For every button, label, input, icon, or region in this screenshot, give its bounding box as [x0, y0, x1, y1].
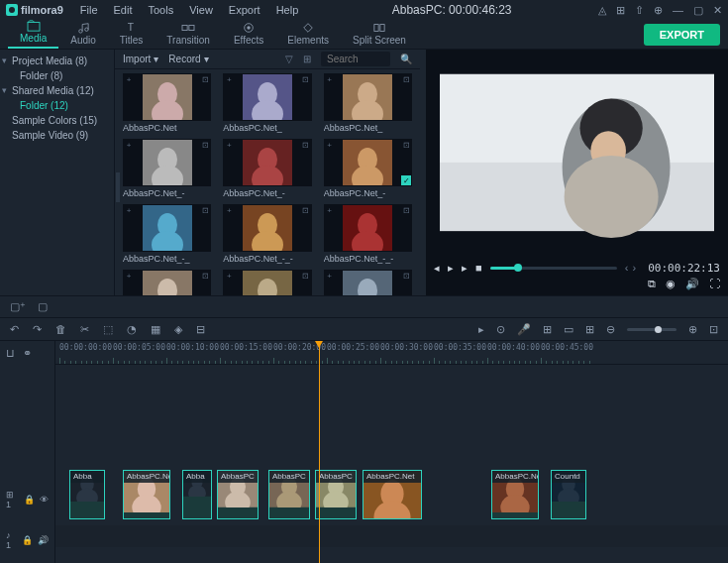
media-item[interactable]: +⊡AbbasPC.Net_- [223, 139, 311, 198]
menu-help[interactable]: Help [269, 2, 306, 18]
media-item[interactable]: +⊡✓AbbasPC.Net_-+ [324, 270, 412, 295]
filter-icon[interactable]: ▽ [285, 54, 293, 64]
timeline-clip[interactable]: AbbasPC [268, 470, 310, 519]
options-icon[interactable]: ⊡ [401, 271, 411, 281]
timeline-clip[interactable]: AbbasPC [217, 470, 259, 519]
play-button[interactable]: ▸ [448, 262, 454, 275]
options-icon[interactable]: ⊡ [200, 74, 210, 84]
menu-tools[interactable]: Tools [142, 2, 181, 18]
crop-icon[interactable]: ⬚ [103, 323, 113, 336]
add-icon[interactable]: + [224, 140, 234, 150]
timeline-clip[interactable]: AbbasPC.Net [123, 470, 170, 519]
media-item[interactable]: +⊡AbbasPC.Net_-_- [324, 204, 412, 264]
menu-view[interactable]: View [182, 2, 220, 18]
tree-item[interactable]: Sample Video (9) [0, 128, 114, 143]
close-icon[interactable]: ✕ [713, 4, 722, 17]
volume-icon[interactable]: 🔊 [685, 278, 699, 290]
mic-icon[interactable]: ⊕ [654, 4, 663, 17]
export-button[interactable]: EXPORT [644, 24, 720, 46]
media-item[interactable]: +⊡AbbasPC.Net_-_ [123, 204, 211, 264]
lock-icon[interactable]: 🔒 [22, 535, 33, 545]
zoom-slider[interactable] [627, 328, 676, 331]
media-item[interactable]: +⊡AbbasPC.Net_- [123, 139, 211, 198]
mixer-icon[interactable]: ⊞ [543, 323, 552, 336]
add-icon[interactable]: + [325, 271, 335, 281]
video-track-1[interactable]: AbbaAbbasPC.NetAbbaAbbasPCAbbasPCAbbasPC… [55, 468, 728, 521]
quality-icon[interactable]: ◉ [666, 278, 676, 290]
delete-icon[interactable]: 🗑 [55, 323, 66, 335]
redo-icon[interactable]: ↷ [33, 323, 42, 336]
mark-in-button[interactable]: ‹ [625, 262, 629, 274]
greenscreen-icon[interactable]: ⊟ [196, 323, 205, 336]
user-icon[interactable]: ◬ [598, 4, 606, 17]
search-icon[interactable]: 🔍 [400, 54, 412, 64]
module-elements[interactable]: Elements [275, 20, 341, 49]
module-media[interactable]: Media [8, 18, 58, 49]
record-vo-icon[interactable]: ⊙ [496, 323, 505, 336]
tree-item[interactable]: Folder (8) [0, 68, 114, 83]
zoom-fit-icon[interactable]: ⊡ [709, 323, 718, 336]
add-icon[interactable]: + [124, 205, 134, 215]
add-icon[interactable]: + [325, 74, 335, 84]
add-icon[interactable]: + [124, 74, 134, 84]
link-icon[interactable]: ⚭ [23, 347, 32, 360]
add-icon[interactable]: + [224, 205, 234, 215]
media-item[interactable]: +⊡AbbasPC.Net [123, 73, 211, 133]
add-icon[interactable]: + [124, 271, 134, 281]
tree-item[interactable]: Sample Colors (15) [0, 113, 114, 128]
timeline-clip[interactable]: AbbasPC.Net [491, 470, 539, 519]
prev-frame-button[interactable]: ◂ [434, 262, 440, 275]
mic-icon[interactable]: 🎤 [517, 323, 531, 336]
tree-item[interactable]: ▾Project Media (8) [0, 54, 114, 68]
magnet-icon[interactable]: ⊔ [6, 347, 15, 360]
cloud-icon[interactable]: ⇧ [635, 4, 644, 17]
playhead[interactable] [319, 341, 320, 563]
media-item[interactable]: +⊡✓AbbasPC.Net_- [324, 139, 412, 198]
module-transition[interactable]: Transition [155, 20, 222, 49]
options-icon[interactable]: ⊡ [301, 205, 311, 215]
media-item[interactable]: +⊡AbbasPC.Net_-_- [223, 204, 311, 264]
add-icon[interactable]: + [224, 74, 234, 84]
options-icon[interactable]: ⊡ [401, 74, 411, 84]
color-icon[interactable]: ▦ [151, 323, 160, 336]
mark-out-button[interactable]: › [632, 262, 636, 274]
tree-resize-handle[interactable] [116, 172, 120, 202]
fullscreen-icon[interactable]: ⛶ [709, 278, 720, 290]
timeline-clip[interactable]: Countd [551, 470, 586, 519]
new-folder-icon[interactable]: ▢⁺ [10, 300, 26, 313]
split-icon[interactable]: ✂ [80, 323, 89, 336]
options-icon[interactable]: ⊡ [401, 140, 411, 150]
add-icon[interactable]: + [325, 205, 335, 215]
tree-item[interactable]: ▾Shared Media (12) [0, 83, 114, 98]
module-titles[interactable]: TTitles [108, 20, 156, 49]
options-icon[interactable]: ⊡ [401, 205, 411, 215]
add-icon[interactable]: + [224, 271, 234, 281]
mute-icon[interactable]: 🔊 [38, 535, 49, 545]
record-dropdown[interactable]: Record ▾ [168, 54, 208, 64]
module-effects[interactable]: Effects [222, 20, 275, 49]
media-item[interactable]: +⊡✓AbbasPC.Net_-_-_ [123, 270, 211, 295]
timeline-clip[interactable]: Abba [69, 470, 105, 519]
media-item[interactable]: +⊡AbbasPC.Net_ [223, 73, 311, 133]
eye-icon[interactable]: 👁 [40, 495, 49, 505]
maximize-icon[interactable]: ▢ [693, 4, 703, 17]
timeline-tracks[interactable]: 00:00:00:0000:00:05:0000:00:10:0000:00:1… [55, 341, 728, 563]
minimize-icon[interactable]: — [673, 4, 683, 16]
options-icon[interactable]: ⊡ [301, 271, 311, 281]
options-icon[interactable]: ⊡ [200, 205, 210, 215]
add-icon[interactable]: + [124, 140, 134, 150]
search-input[interactable] [321, 52, 390, 66]
menu-export[interactable]: Export [222, 2, 267, 18]
timeline-clip[interactable]: AbbasPC.Net [363, 470, 422, 519]
snapshot-icon[interactable]: ⧉ [648, 278, 656, 290]
stop-button[interactable]: ■ [475, 262, 482, 274]
next-frame-button[interactable]: ▸ [462, 262, 468, 275]
zoom-out-icon[interactable]: ⊖ [606, 323, 615, 336]
options-icon[interactable]: ⊡ [200, 140, 210, 150]
lock-icon[interactable]: 🔒 [24, 495, 35, 505]
speed-icon[interactable]: ◔ [127, 323, 137, 336]
media-item[interactable]: +⊡AbbasPC.Net_ [324, 73, 412, 133]
marker-icon[interactable]: ▸ [478, 323, 484, 336]
add-icon[interactable]: + [325, 140, 335, 150]
module-splitscreen[interactable]: Split Screen [341, 20, 418, 49]
